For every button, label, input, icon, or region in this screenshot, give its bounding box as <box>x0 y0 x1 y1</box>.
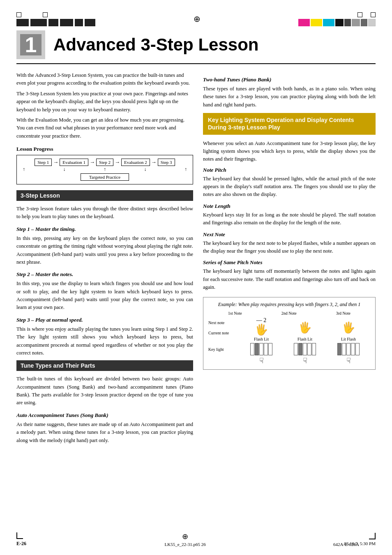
two-hand-section: Two-hand Tunes (Piano Bank) These types … <box>203 76 376 109</box>
targeted-row: Targeted Practice <box>21 173 189 181</box>
key-lighting-box: Key Lighting System Operation and Displa… <box>203 113 376 134</box>
color-block-black1 <box>335 19 344 26</box>
arrow1: → <box>53 159 58 166</box>
series-section: Series of Same Pitch Notes The keyboard … <box>203 259 376 291</box>
chapter-number: 1 <box>25 34 37 55</box>
progress-steps-row: Step 1 → Evaluation 1 → Step 2 → Evaluat… <box>35 159 175 166</box>
title-section: 1 Advanced 3-Step Lesson <box>16 30 376 64</box>
eval2-box: Evaluation 2 <box>121 159 150 166</box>
up-arrow-1: ↑ <box>23 166 25 173</box>
arrow3: → <box>115 159 120 166</box>
color-block-yellow <box>311 19 322 26</box>
page-title: Advanced 3-Step Lesson <box>53 35 258 54</box>
step1-box: Step 1 <box>35 159 52 166</box>
next-note-title: Next Note <box>203 231 376 238</box>
finger-icon-3: ☟ <box>346 356 351 365</box>
corner-mark-br <box>369 533 376 539</box>
top-right-register <box>298 12 376 26</box>
chapter-icon-inner: 1 <box>20 34 42 55</box>
key-lighting-intro: Whenever you select an Auto Accompanimen… <box>203 140 376 164</box>
series-title: Series of Same Pitch Notes <box>203 259 376 266</box>
progress-diagram: Step 1 → Evaluation 1 → Step 2 → Evaluat… <box>16 155 193 184</box>
main-content: With the Advanced 3-Step Lesson System, … <box>16 71 376 448</box>
corner-mark-tr2 <box>357 12 362 17</box>
step2-box: Step 2 <box>96 159 113 166</box>
eval1-box: Evaluation 1 <box>60 159 88 166</box>
bottom-crosshair: ⊕ <box>182 532 188 541</box>
three-step-intro: The 3-step lesson feature takes you thro… <box>16 205 193 221</box>
step3-title: Step 3 – Play at normal speed. <box>16 317 193 323</box>
page: ⊕ 1 Advanced 3-Step <box>0 0 392 555</box>
chapter-icon: 1 <box>16 30 45 59</box>
down-arrow-1: ↓ <box>63 166 66 173</box>
keyboard-2 <box>294 343 316 355</box>
black-block-6 <box>85 19 95 26</box>
corner-mark-tr3 <box>371 12 376 17</box>
note-length-section: Note Length Keyboard keys stay lit for a… <box>203 203 376 227</box>
step1-body: In this step, pressing any key on the ke… <box>16 235 193 267</box>
page-footer: E-26 ⊕ LK55_e_22-31.p65 26 03.10.7, 5:30… <box>16 532 376 547</box>
keyboard-3 <box>337 343 360 355</box>
note-length-body: Keyboard keys stay lit for as long as th… <box>203 211 376 227</box>
step1-title: Step 1 – Master the timing. <box>16 226 193 233</box>
intro-text: With the Advanced 3-Step Lesson System, … <box>16 71 193 140</box>
note-pitch-section: Note Pitch The keyboard key that should … <box>203 167 376 199</box>
hand-icon-2: 🖐 <box>298 322 311 333</box>
top-register-area: ⊕ <box>16 12 376 26</box>
next-note-section: Next Note The keyboard key for the next … <box>203 231 376 256</box>
note2-label: 2nd Note <box>281 311 297 315</box>
note-length-title: Note Length <box>203 203 376 210</box>
note3-label: 3rd Note <box>336 311 350 315</box>
color-block-mgray <box>361 19 367 26</box>
auto-tunes-body: As their name suggests, these tunes are … <box>16 421 193 444</box>
footer-center: LK55_e_22-31.p65 26 <box>165 542 206 547</box>
up-arrow-2: ↑ <box>104 166 106 173</box>
center-crosshair: ⊕ <box>194 14 201 24</box>
spacer <box>30 12 35 17</box>
color-block-black2 <box>344 19 351 26</box>
note-pitch-title: Note Pitch <box>203 167 376 173</box>
tune-types-header: Tune Types and Their Parts <box>16 360 193 371</box>
flash-lit-2: Flash Lit <box>297 337 312 341</box>
black-block-1 <box>16 19 29 26</box>
example-box: Example: When play requires pressing key… <box>203 297 376 370</box>
tune-types-intro: The built-in tunes of this keyboard are … <box>16 375 193 407</box>
lit-flash: Lit Flash <box>341 337 356 341</box>
hand-icon-3: 🖐 <box>342 322 355 333</box>
color-block-white <box>368 19 376 26</box>
page-number: E-26 <box>16 541 26 547</box>
black-block-4 <box>60 19 73 26</box>
left-column: With the Advanced 3-Step Lesson System, … <box>16 71 193 448</box>
hand-icon-1: 🖐 <box>255 325 268 335</box>
auto-tunes-title: Auto Accompaniment Tunes (Song Bank) <box>16 412 193 419</box>
keyboard-1 <box>250 343 272 355</box>
arrow4: → <box>151 159 157 166</box>
black-block-3 <box>48 19 58 26</box>
flash-lit-1: Flash Lit <box>254 337 269 341</box>
down-arrow-2: ↓ <box>144 166 147 173</box>
step3-body: This is where you enjoy actually playing… <box>16 325 193 357</box>
color-block-lgray <box>352 19 360 26</box>
key-light-label: Key light <box>208 347 237 352</box>
series-body: The keyboard key light turns off momenta… <box>203 267 376 291</box>
current-note-label: Current note <box>208 331 237 335</box>
two-hand-body: These types of tunes are played with bot… <box>203 85 376 109</box>
progress-arrows-row: ↑ ↓ ↑ ↓ ↑ <box>21 166 189 173</box>
corner-mark-tr <box>43 12 48 17</box>
color-block-cyan <box>323 19 334 26</box>
top-left-register <box>16 12 95 26</box>
black-block-2 <box>30 19 47 26</box>
corner-mark-tl <box>16 12 21 17</box>
three-step-header: 3-Step Lesson <box>16 190 193 201</box>
black-block-5 <box>75 19 83 26</box>
targeted-practice-box: Targeted Practice <box>81 173 129 181</box>
intro-p2: The 3-Step Lesson System lets you practi… <box>16 90 193 114</box>
step3-box: Step 3 <box>158 159 175 166</box>
intro-p1: With the Advanced 3-Step Lesson System, … <box>16 71 193 88</box>
note-pitch-body: The keyboard key that should be pressed … <box>203 175 376 199</box>
next-note-body: The keyboard key for the next note to be… <box>203 240 376 256</box>
catalog-number: 642A-E-028A <box>333 542 359 547</box>
color-block-magenta <box>298 19 310 26</box>
corner-mark-bl <box>16 532 23 539</box>
intro-p3: With the Evaluation Mode, you can get an… <box>16 116 193 140</box>
